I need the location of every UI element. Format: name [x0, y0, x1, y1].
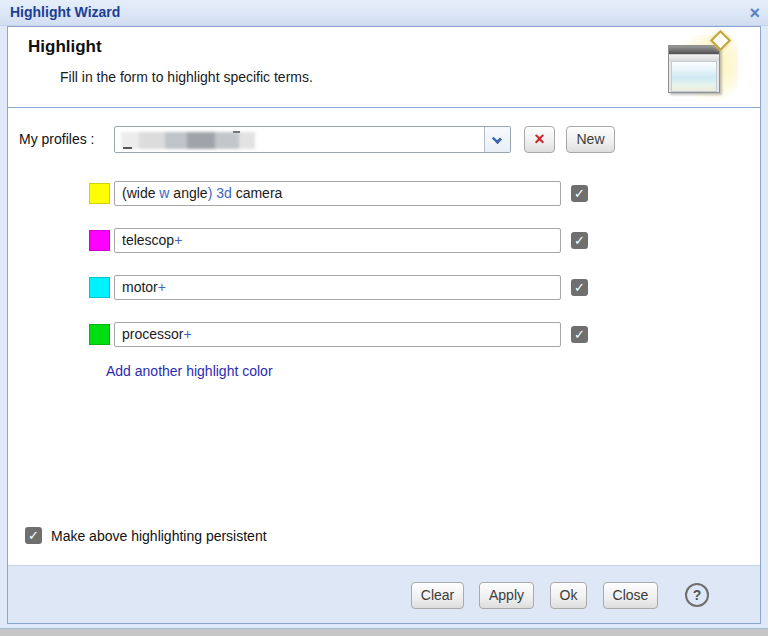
term-text-segment: telescop [122, 232, 174, 248]
term-input[interactable]: processor+ [114, 322, 561, 347]
highlight-rows: (wide w angle) 3d camera ✓ telescop+ ✓ m… [8, 181, 760, 369]
term-enabled-checkbox[interactable]: ✓ [571, 279, 588, 296]
term-enabled-checkbox[interactable]: ✓ [571, 326, 588, 343]
add-highlight-color-link[interactable]: Add another highlight color [106, 363, 273, 379]
wizard-header: Highlight Fill in the form to highlight … [8, 27, 760, 108]
check-icon: ✓ [574, 186, 585, 201]
apply-button[interactable]: Apply [479, 582, 534, 609]
persistent-checkbox[interactable]: ✓ [25, 527, 42, 544]
color-swatch[interactable] [89, 324, 110, 345]
window-title: Highlight Wizard [10, 4, 120, 20]
term-text-segment: motor [122, 279, 158, 295]
dialog-panel: Highlight Fill in the form to highlight … [7, 26, 761, 624]
highlight-row: (wide w angle) 3d camera ✓ [8, 181, 760, 228]
term-text-segment: + [174, 232, 182, 248]
term-text-segment: w [159, 185, 169, 201]
highlight-row: motor+ ✓ [8, 275, 760, 322]
term-enabled-checkbox[interactable]: ✓ [571, 185, 588, 202]
term-text-segment: + [158, 279, 166, 295]
term-input[interactable]: motor+ [114, 275, 561, 300]
term-enabled-checkbox[interactable]: ✓ [571, 232, 588, 249]
color-swatch[interactable] [89, 230, 110, 251]
page-subtitle: Fill in the form to highlight specific t… [60, 69, 313, 85]
check-icon: ✓ [574, 280, 585, 295]
highlight-wizard-dialog: Highlight Wizard × Highlight Fill in the… [0, 0, 768, 629]
check-icon: ✓ [28, 528, 39, 543]
persistent-option: ✓ Make above highlighting persistent [25, 527, 267, 544]
check-icon: ✓ [574, 233, 585, 248]
new-profile-button[interactable]: New [566, 126, 615, 153]
close-icon[interactable]: × [749, 1, 760, 25]
profile-select[interactable] [114, 126, 511, 153]
delete-profile-button[interactable]: × [524, 126, 555, 153]
profiles-label: My profiles : [19, 131, 94, 147]
term-text-segment: (wide [122, 185, 159, 201]
profile-dropdown-button[interactable] [484, 127, 510, 152]
close-button[interactable]: Close [603, 582, 658, 609]
title-bar: Highlight Wizard × [0, 0, 768, 26]
term-text-segment: processor [122, 326, 183, 342]
window-glyph [668, 45, 720, 93]
ok-button[interactable]: Ok [550, 582, 587, 609]
delete-icon: × [534, 129, 545, 149]
wizard-body: My profiles : × New (wide w angle) 3d ca… [8, 108, 760, 565]
help-icon[interactable]: ? [685, 583, 709, 607]
footer-bar: Clear Apply Ok Close ? [8, 565, 760, 623]
term-text-segment: angle [169, 185, 207, 201]
highlight-row: processor+ ✓ [8, 322, 760, 369]
wizard-icon [664, 35, 730, 101]
color-swatch[interactable] [89, 277, 110, 298]
term-input[interactable]: telescop+ [114, 228, 561, 253]
highlight-row: telescop+ ✓ [8, 228, 760, 275]
persistent-label: Make above highlighting persistent [51, 528, 267, 544]
term-text-segment: ) [208, 185, 217, 201]
term-text-segment: + [183, 326, 191, 342]
term-text-segment: camera [232, 185, 283, 201]
clear-button[interactable]: Clear [411, 582, 464, 609]
term-text-segment: 3d [216, 185, 232, 201]
term-input[interactable]: (wide w angle) 3d camera [114, 181, 561, 206]
chevron-down-icon [492, 134, 502, 144]
profile-value-redacted [121, 132, 255, 149]
check-icon: ✓ [574, 327, 585, 342]
page-title: Highlight [28, 37, 102, 57]
color-swatch[interactable] [89, 183, 110, 204]
